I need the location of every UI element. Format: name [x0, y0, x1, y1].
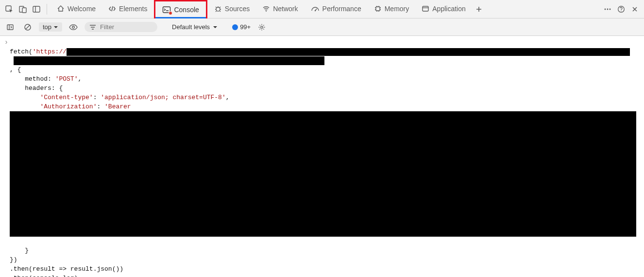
issues-count: 99+: [240, 23, 251, 31]
chevron-down-icon: [53, 25, 58, 30]
performance-icon: [311, 5, 320, 13]
chip-icon: [374, 5, 382, 13]
device-toolbar-icon[interactable]: [17, 3, 29, 16]
tab-elements[interactable]: Elements: [102, 0, 153, 18]
svg-point-21: [72, 26, 75, 28]
help-icon[interactable]: [615, 3, 627, 16]
tab-label: Application: [432, 5, 466, 13]
close-icon[interactable]: [628, 3, 641, 16]
bug-icon: [214, 5, 222, 13]
active-tab-underline: [155, 17, 205, 18]
input-caret-icon: [4, 40, 8, 46]
svg-point-14: [610, 8, 611, 10]
home-icon: [57, 5, 65, 13]
tab-application[interactable]: Application: [416, 0, 472, 18]
svg-point-13: [607, 8, 609, 10]
tab-label: Welcome: [68, 5, 96, 13]
filter-input[interactable]: [99, 23, 148, 31]
live-expression-icon[interactable]: [67, 21, 80, 34]
svg-point-8: [314, 10, 315, 11]
tab-performance[interactable]: Performance: [305, 0, 367, 18]
svg-rect-9: [376, 7, 380, 11]
console-settings-icon[interactable]: [255, 21, 268, 34]
svg-point-6: [216, 7, 220, 11]
inspect-element-icon[interactable]: [3, 3, 16, 16]
console-toolbar: top Default levels 99+: [0, 18, 644, 36]
filter-icon: [89, 24, 96, 30]
devtools-tabbar: Welcome Elements Console Sources: [0, 0, 644, 18]
levels-label: Default levels: [172, 23, 210, 31]
console-input-row: fetch('https:// , { method: 'POST', head…: [0, 37, 644, 277]
chevron-down-icon: [213, 25, 218, 30]
tab-network[interactable]: Network: [256, 0, 304, 18]
clear-console-icon[interactable]: [21, 21, 34, 34]
tab-sources[interactable]: Sources: [208, 0, 255, 18]
tab-label: Network: [273, 5, 298, 13]
issues-counter[interactable]: 99+: [232, 23, 251, 31]
console-output-area[interactable]: fetch('https:// , { method: 'POST', head…: [0, 36, 644, 277]
execution-context-selector[interactable]: top: [39, 22, 62, 32]
context-label: top: [43, 23, 51, 31]
tab-label: Performance: [322, 5, 361, 13]
filter-input-wrapper[interactable]: [85, 22, 157, 32]
tab-label: Console: [174, 6, 199, 14]
console-input-code[interactable]: fetch('https:// , { method: 'POST', head…: [10, 38, 636, 277]
console-icon: [162, 6, 171, 14]
log-levels-selector[interactable]: Default levels: [172, 23, 218, 31]
svg-point-12: [605, 8, 606, 10]
toggle-sidebar-icon[interactable]: [4, 21, 17, 34]
tab-label: Elements: [119, 5, 147, 13]
more-options-icon[interactable]: [601, 3, 614, 16]
tab-label: Sources: [225, 5, 250, 13]
tab-label: Memory: [385, 5, 409, 13]
dock-side-icon[interactable]: [30, 3, 43, 16]
svg-rect-3: [33, 6, 40, 12]
svg-line-20: [26, 25, 30, 29]
separator: [47, 4, 47, 15]
issues-dot-icon: [232, 24, 238, 30]
svg-point-7: [266, 11, 267, 12]
code-icon: [108, 5, 116, 13]
tab-console[interactable]: Console: [154, 0, 207, 18]
svg-rect-17: [7, 25, 13, 30]
tab-welcome[interactable]: Welcome: [51, 0, 102, 18]
svg-rect-2: [22, 8, 26, 13]
svg-rect-10: [423, 6, 428, 11]
add-tab-icon[interactable]: [473, 3, 485, 16]
application-icon: [422, 5, 429, 13]
svg-point-16: [621, 11, 621, 11]
wifi-icon: [262, 5, 270, 13]
tab-memory[interactable]: Memory: [368, 0, 415, 18]
svg-point-22: [261, 26, 263, 28]
